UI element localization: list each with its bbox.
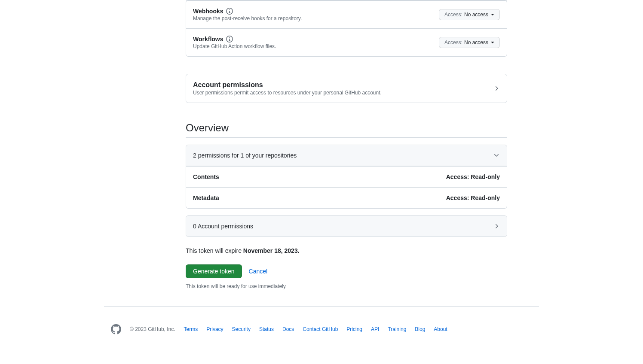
permission-description: Update GitHub Action workflow files. (193, 43, 276, 49)
footer-link-api[interactable]: API (371, 326, 379, 332)
chevron-right-icon (493, 85, 500, 92)
overview-heading: Overview (186, 122, 507, 138)
account-permissions-description: User permissions permit access to resour… (193, 90, 382, 96)
permission-title: Webhooks (193, 8, 224, 15)
summary-header-text: 2 permissions for 1 of your repositories (193, 152, 297, 159)
chevron-right-icon (493, 223, 500, 230)
account-permissions-summary-header[interactable]: 0 Account permissions (186, 216, 507, 237)
info-icon[interactable] (226, 36, 233, 42)
footer-link-blog[interactable]: Blog (415, 326, 425, 332)
cancel-link[interactable]: Cancel (249, 268, 268, 275)
summary-header-text: 0 Account permissions (193, 223, 253, 230)
github-logo-icon[interactable] (111, 324, 121, 334)
summary-row: Metadata Access: Read-only (186, 187, 507, 208)
caret-down-icon (491, 42, 494, 43)
repo-permissions-summary-header[interactable]: 2 permissions for 1 of your repositories (186, 145, 507, 166)
access-dropdown-workflows[interactable]: Access: No access (439, 37, 500, 48)
permission-label: Webhooks Manage the post-receive hooks f… (193, 8, 302, 21)
footer-link-status[interactable]: Status (259, 326, 274, 332)
summary-name: Metadata (193, 194, 219, 201)
footer-link-training[interactable]: Training (388, 326, 406, 332)
footer-link-docs[interactable]: Docs (282, 326, 294, 332)
token-expire-date: November 18, 2023. (243, 247, 300, 254)
account-permissions-title: Account permissions (193, 81, 382, 89)
caret-down-icon (491, 14, 494, 15)
footer-link-security[interactable]: Security (232, 326, 251, 332)
summary-access: Access: Read-only (446, 194, 500, 201)
token-expire-text: This token will expire November 18, 2023… (186, 247, 507, 254)
generate-token-button[interactable]: Generate token (186, 264, 242, 278)
permission-description: Manage the post-receive hooks for a repo… (193, 15, 302, 21)
permission-title: Workflows (193, 36, 224, 42)
footer-link-contact[interactable]: Contact GitHub (303, 326, 338, 332)
footer-link-terms[interactable]: Terms (184, 326, 198, 332)
summary-name: Contents (193, 173, 219, 180)
footer-link-pricing[interactable]: Pricing (346, 326, 362, 332)
footer-copyright: © 2023 GitHub, Inc. (130, 326, 175, 332)
permission-row-webhooks: Webhooks Manage the post-receive hooks f… (186, 0, 507, 29)
footer-link-about[interactable]: About (434, 326, 447, 332)
info-icon[interactable] (226, 8, 233, 15)
repository-permissions-list: Webhooks Manage the post-receive hooks f… (186, 0, 507, 57)
account-permissions-summary-panel: 0 Account permissions (186, 215, 507, 237)
chevron-down-icon (493, 152, 500, 159)
token-ready-note: This token will be ready for use immedia… (186, 283, 507, 289)
permission-row-workflows: Workflows Update GitHub Action workflow … (186, 29, 507, 56)
repo-permissions-summary-panel: 2 permissions for 1 of your repositories… (186, 145, 507, 209)
permission-label: Workflows Update GitHub Action workflow … (193, 36, 276, 49)
summary-access: Access: Read-only (446, 173, 500, 180)
access-dropdown-webhooks[interactable]: Access: No access (439, 9, 500, 20)
page-footer: © 2023 GitHub, Inc. Terms Privacy Securi… (104, 306, 539, 352)
footer-link-privacy[interactable]: Privacy (206, 326, 223, 332)
summary-row: Contents Access: Read-only (186, 166, 507, 187)
account-permissions-panel[interactable]: Account permissions User permissions per… (186, 74, 507, 103)
